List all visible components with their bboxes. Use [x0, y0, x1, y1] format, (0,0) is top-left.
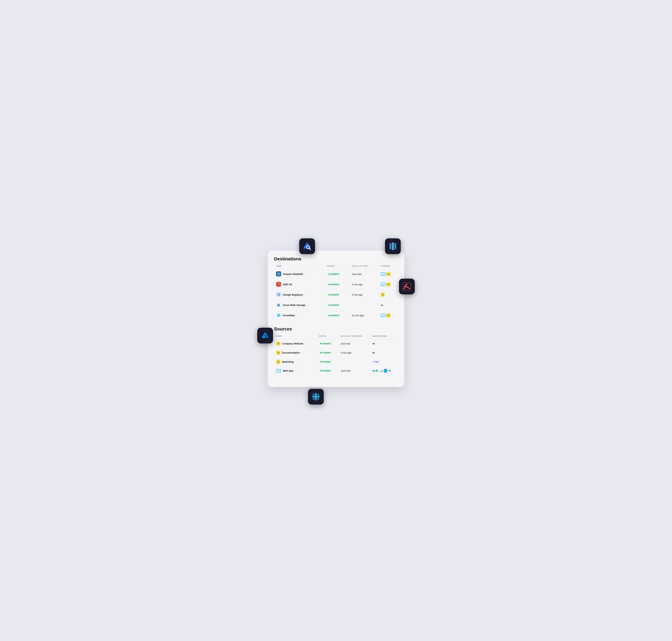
scene: Destinations NAME STATUS DATA LAST SENT … [264, 244, 408, 398]
status-badge: Enabled [327, 313, 341, 317]
table-row[interactable]: «GO» Web App › Enabled Just now »» 📊SF+2 [274, 366, 398, 375]
source-icons: »» [373, 342, 396, 345]
chevron-right-icon: › [297, 314, 298, 317]
azure-float-icon [257, 328, 273, 343]
status-dot [328, 315, 330, 316]
svg-rect-34 [276, 292, 281, 297]
snowflake-float-icon [308, 389, 324, 405]
destination-name-cell: Amazon Redshift › [276, 271, 323, 277]
data-last-sent: 1 min ago [350, 279, 379, 290]
source-name: Marketing [282, 360, 294, 363]
source-icons: «GO»JS [381, 272, 396, 276]
svg-point-4 [307, 247, 309, 248]
documentation-type-icon: JS [276, 351, 280, 355]
destination-name: Snowflake [283, 314, 295, 317]
js-icon: JS [381, 293, 385, 297]
destinations-col-sources: SOURCES [379, 265, 398, 269]
aws-kinesis-float-icon [385, 238, 401, 254]
source-icons: »» 📊SF+2 [373, 369, 396, 373]
sources-col-destinations: DESTINATIONS [370, 335, 398, 339]
js-icon: JS [276, 342, 280, 346]
source-icons: + Add [373, 360, 396, 363]
data-last-sent [350, 300, 379, 310]
snowflake-logo [276, 313, 281, 318]
data-last-sent: 14 min ago [350, 310, 379, 321]
destination-name: AWS S3 [283, 283, 292, 286]
source-name-cell: JS Documentation › [276, 351, 314, 355]
double-arrow-icon: »» [373, 369, 374, 372]
table-row[interactable]: Google BigQuery › Enabled 2 min ago JS [274, 290, 398, 300]
js-icon: JS [386, 282, 390, 287]
data-last-sent: 2 min ago [350, 290, 379, 300]
data-last-sent: Just now [350, 269, 379, 279]
destinations-table: NAME STATUS DATA LAST SENT SOURCES Amazo… [274, 265, 398, 321]
status-dot [328, 294, 330, 296]
sources-col-name: NAME [274, 335, 317, 339]
chevron-right-icon: › [296, 370, 296, 372]
snowflake-mini-icon [375, 369, 379, 373]
status-dot [328, 274, 330, 275]
double-arrow-icon: »» [373, 342, 374, 345]
source-icons: JS [381, 293, 396, 297]
status-badge: Enabled [319, 351, 332, 355]
azure-blob-storage-logo [276, 302, 281, 308]
status-dot [328, 284, 330, 285]
status-badge: Enabled [327, 283, 341, 286]
web-app-type-icon: «GO» [276, 369, 281, 372]
destinations-col-name: NAME [274, 265, 325, 269]
source-icons: »» [381, 303, 396, 307]
status-dot [320, 343, 321, 344]
source-icons: «GO»JS [381, 313, 396, 317]
status-badge: Enabled [319, 369, 332, 373]
data-last-received: Just now [339, 366, 370, 375]
svg-rect-8 [390, 243, 391, 249]
chevron-right-icon: › [305, 273, 306, 275]
table-row[interactable]: Amazon Redshift › Enabled Just now «GO»J… [274, 269, 398, 279]
google-bigquery-logo [276, 292, 281, 298]
status-dot [320, 370, 321, 371]
js-icon: JS [386, 313, 390, 317]
aws-s3-logo [276, 282, 281, 287]
destinations-col-status: STATUS [325, 265, 350, 269]
table-row[interactable]: AWS S3 › Enabled 1 min ago «GO»JS [274, 279, 398, 290]
source-name-cell: «GO» Web App › [276, 369, 314, 372]
js-icon: JS [276, 360, 280, 364]
data-last-received: Just now [339, 339, 370, 348]
sources-col-data-received: DATA LAST RECEIVED [339, 335, 370, 339]
double-arrow-icon: »» [373, 351, 374, 354]
add-destination-button[interactable]: + Add [373, 360, 379, 363]
chevron-right-icon: › [308, 304, 309, 306]
marketing-type-icon: JS [276, 360, 280, 364]
status-badge: Enabled [319, 342, 332, 345]
table-row[interactable]: Azure Blob Storage › Enabled »» [274, 300, 398, 310]
svg-rect-28 [279, 272, 280, 275]
destination-name-cell: Azure Blob Storage › [276, 302, 323, 308]
sources-col-status: STATUS [317, 335, 338, 339]
table-row[interactable]: JS Marketing › Enabled + Add [274, 357, 398, 366]
destination-name: Amazon Redshift [283, 273, 303, 275]
company-website-type-icon: JS [276, 342, 280, 346]
go-icon: «GO» [381, 314, 386, 317]
status-badge: Enabled [327, 303, 341, 307]
source-name-cell: JS Marketing › [276, 360, 314, 364]
table-row[interactable]: JS Company Website › Enabled Just now »» [274, 339, 398, 348]
svg-rect-10 [394, 243, 396, 249]
table-row[interactable]: JS Documentation › Enabled 4 min ago »» [274, 348, 398, 357]
source-name: Company Website [282, 342, 303, 345]
svg-rect-9 [392, 242, 394, 250]
chevron-right-icon: › [296, 360, 297, 363]
table-row[interactable]: Snowflake › Enabled 14 min ago «GO»JS [274, 310, 398, 321]
destinations-col-data-sent: DATA LAST SENT [350, 265, 379, 269]
amazon-redshift-logo [276, 271, 281, 277]
destination-name-cell: Snowflake › [276, 313, 323, 318]
aws-lambda-float-icon [399, 278, 415, 295]
source-icons: «GO»JS [381, 282, 396, 287]
chevron-right-icon: › [303, 352, 303, 354]
chevron-right-icon: › [295, 283, 295, 286]
destination-name-cell: AWS S3 › [276, 282, 323, 287]
salesforce-icon: SF [383, 369, 388, 373]
source-name-cell: JS Company Website › [276, 342, 314, 346]
source-icons: »» [373, 351, 396, 354]
js-icon: JS [386, 272, 390, 276]
go-icon: «GO» [381, 283, 386, 286]
